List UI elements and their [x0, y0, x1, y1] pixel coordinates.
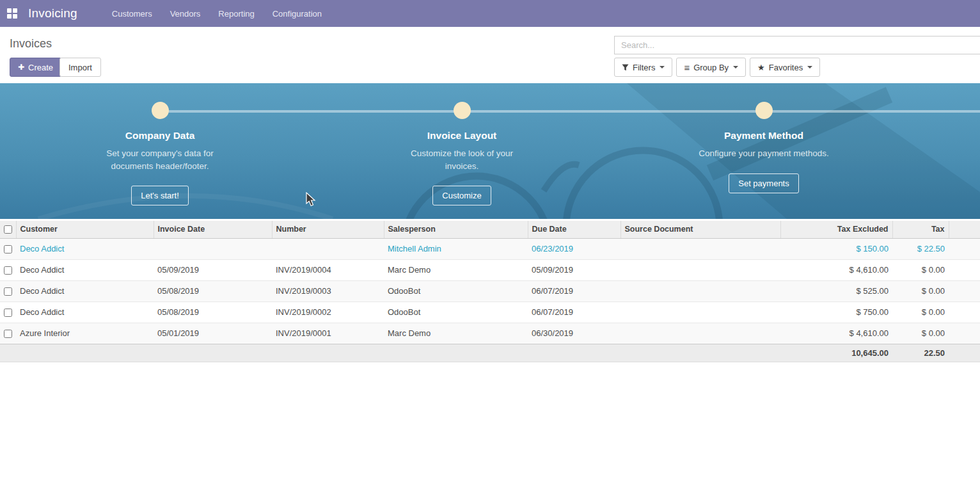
- filter-funnel-icon: [622, 64, 629, 71]
- nav-menu-item-vendors[interactable]: Vendors: [161, 0, 210, 27]
- cell-customer: Deco Addict: [16, 238, 154, 259]
- onboarding-banner: Company Data Set your company's data for…: [0, 83, 980, 219]
- cell-spacer: [949, 259, 980, 280]
- cell-number: INV/2019/0001: [272, 323, 384, 344]
- step-dot-icon: [755, 102, 773, 119]
- cell-tax: $ 0.00: [892, 323, 949, 344]
- row-checkbox[interactable]: [4, 287, 12, 296]
- row-checkbox[interactable]: [4, 330, 12, 338]
- table-header-row: Customer Invoice Date Number Salesperson…: [0, 221, 980, 238]
- cell-due-date: 06/30/2019: [528, 323, 620, 344]
- mouse-cursor: [306, 192, 317, 207]
- cell-due-date: 06/07/2019: [528, 301, 620, 323]
- column-header-source-document[interactable]: Source Document: [620, 221, 780, 238]
- column-header-customer[interactable]: Customer: [16, 221, 154, 238]
- create-button[interactable]: ✚ Create: [10, 58, 61, 77]
- cell-source-document: [620, 238, 780, 259]
- cell-number: [272, 238, 384, 259]
- totals-row: 10,645.00 22.50: [0, 344, 980, 362]
- cell-number: INV/2019/0003: [272, 280, 384, 301]
- onboarding-step-payment-method: Payment Method Configure your payment me…: [661, 102, 866, 193]
- column-header-salesperson[interactable]: Salesperson: [384, 221, 528, 238]
- filters-button[interactable]: Filters: [614, 58, 672, 77]
- cell-salesperson: OdooBot: [384, 301, 528, 323]
- cell-invoice-date: 05/01/2019: [154, 323, 272, 344]
- import-button[interactable]: Import: [59, 58, 101, 77]
- column-header-tax-excluded[interactable]: Tax Excluded: [780, 221, 892, 238]
- cell-invoice-date: [154, 238, 272, 259]
- nav-menu-item-configuration[interactable]: Configuration: [264, 0, 331, 27]
- onboarding-step-company-data: Company Data Set your company's data for…: [58, 102, 262, 205]
- step-title: Invoice Layout: [427, 130, 497, 141]
- cell-source-document: [620, 280, 780, 301]
- column-header-number[interactable]: Number: [272, 221, 384, 238]
- cell-source-document: [620, 323, 780, 344]
- cell-tax: $ 0.00: [892, 280, 949, 301]
- select-all-checkbox[interactable]: [4, 225, 12, 234]
- star-icon: ★: [757, 63, 765, 72]
- column-header-due-date[interactable]: Due Date: [528, 221, 620, 238]
- cell-due-date: 06/07/2019: [528, 280, 620, 301]
- onboarding-step-invoice-layout: Invoice Layout Customize the look of you…: [360, 102, 564, 205]
- table-row[interactable]: Deco Addict05/08/2019INV/2019/0002OdooBo…: [0, 301, 980, 323]
- cell-tax-excluded: $ 150.00: [780, 238, 892, 259]
- customize-button[interactable]: Customize: [432, 186, 491, 205]
- favorites-button[interactable]: ★ Favorites: [750, 58, 820, 77]
- table-row[interactable]: Deco Addict05/08/2019INV/2019/0003OdooBo…: [0, 280, 980, 301]
- cell-number: INV/2019/0002: [272, 301, 384, 323]
- group-by-button[interactable]: ≡ Group By: [676, 58, 746, 77]
- cell-customer: Azure Interior: [16, 323, 154, 344]
- cell-source-document: [620, 301, 780, 323]
- cell-customer: Deco Addict: [16, 280, 154, 301]
- cell-spacer: [949, 323, 980, 344]
- chevron-down-icon: [807, 66, 812, 68]
- row-checkbox[interactable]: [4, 245, 12, 253]
- cell-spacer: [949, 301, 980, 323]
- cell-customer: Deco Addict: [16, 259, 154, 280]
- total-tax: 22.50: [892, 344, 949, 362]
- apps-menu-icon[interactable]: [0, 0, 24, 27]
- cell-customer: Deco Addict: [16, 301, 154, 323]
- chevron-down-icon: [733, 66, 738, 68]
- cell-salesperson: OdooBot: [384, 280, 528, 301]
- step-description: Set your company's data for documents he…: [91, 147, 229, 172]
- set-payments-button[interactable]: Set payments: [729, 173, 799, 193]
- total-tax-excluded: 10,645.00: [780, 344, 892, 362]
- cell-number: INV/2019/0004: [272, 259, 384, 280]
- cell-spacer: [949, 280, 980, 301]
- column-header-invoice-date[interactable]: Invoice Date: [154, 221, 272, 238]
- cell-tax: $ 0.00: [892, 259, 949, 280]
- cell-invoice-date: 05/08/2019: [154, 301, 272, 323]
- cell-tax: $ 0.00: [892, 301, 949, 323]
- cell-tax-excluded: $ 750.00: [780, 301, 892, 323]
- lets-start-button[interactable]: Let's start!: [131, 186, 189, 205]
- cell-due-date: 05/09/2019: [528, 259, 620, 280]
- step-dot-icon: [454, 102, 471, 119]
- row-checkbox[interactable]: [4, 309, 12, 317]
- nav-menu-item-customers[interactable]: Customers: [103, 0, 161, 27]
- table-row[interactable]: Azure Interior05/01/2019INV/2019/0001Mar…: [0, 323, 980, 344]
- row-checkbox[interactable]: [4, 266, 12, 275]
- filter-bar: Filters ≡ Group By ★ Favorites: [614, 58, 824, 77]
- nav-menu: CustomersVendorsReportingConfiguration: [103, 0, 331, 27]
- nav-menu-item-reporting[interactable]: Reporting: [209, 0, 263, 27]
- table-row[interactable]: Deco AddictMitchell Admin06/23/2019$ 150…: [0, 238, 980, 259]
- cell-salesperson: Marc Demo: [384, 259, 528, 280]
- cell-salesperson: Marc Demo: [384, 323, 528, 344]
- cell-source-document: [620, 259, 780, 280]
- invoice-list-view: Customer Invoice Date Number Salesperson…: [0, 221, 980, 362]
- table-row[interactable]: Deco Addict05/09/2019INV/2019/0004Marc D…: [0, 259, 980, 280]
- column-header-spacer: [949, 221, 980, 238]
- step-title: Payment Method: [724, 130, 803, 141]
- chevron-down-icon: [660, 66, 665, 68]
- step-description: Configure your payment methods.: [699, 147, 828, 160]
- cell-invoice-date: 05/09/2019: [154, 259, 272, 280]
- cell-tax: $ 22.50: [892, 238, 949, 259]
- cell-spacer: [949, 238, 980, 259]
- control-panel: Invoices ✚ Create Import Filters ≡ Group…: [0, 27, 980, 83]
- column-header-tax[interactable]: Tax: [892, 221, 949, 238]
- app-brand-title[interactable]: Invoicing: [28, 6, 77, 20]
- search-input[interactable]: [615, 36, 980, 54]
- cell-due-date: 06/23/2019: [528, 238, 620, 259]
- step-dot-icon: [152, 102, 169, 119]
